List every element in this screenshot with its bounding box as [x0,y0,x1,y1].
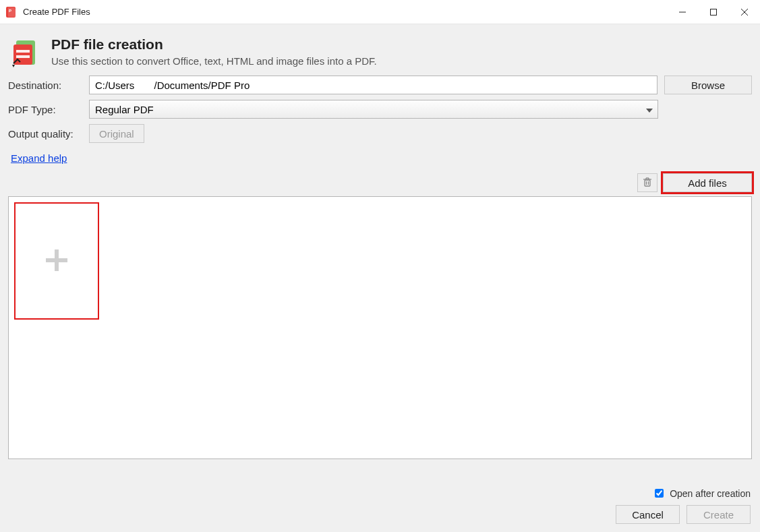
window-titlebar: P Create PDF Files [0,0,760,24]
destination-input[interactable] [89,76,657,94]
window-title: Create PDF Files [23,7,90,17]
svg-rect-3 [711,9,717,15]
plus-icon [42,245,71,277]
window-controls [667,0,760,24]
svg-text:P: P [9,9,11,13]
delete-button[interactable] [637,173,657,192]
pdf-creation-icon [9,36,42,69]
expand-help-link[interactable]: Expand help [11,152,67,164]
output-quality-row: Output quality: Original [8,124,752,143]
add-file-tile[interactable] [14,202,99,320]
output-quality-label: Output quality: [8,128,82,140]
page-header: PDF file creation Use this section to co… [0,24,760,76]
svg-rect-12 [645,180,650,186]
pdf-type-select[interactable]: Regular PDF [89,100,658,119]
svg-rect-20 [46,258,67,262]
page-title: PDF file creation [51,36,377,53]
dialog-footer: Open after creation Cancel Create [0,481,760,532]
pdf-type-row: PDF Type: Regular PDF [8,100,752,119]
file-toolbar: Add files [0,164,760,196]
svg-rect-7 [13,45,32,65]
destination-label: Destination: [8,80,82,91]
pdf-type-select-wrap: Regular PDF [89,100,658,119]
maximize-button[interactable] [698,0,729,24]
open-after-creation-label: Open after creation [670,488,751,499]
file-list-pane [8,196,752,459]
form-area: Destination: Browse PDF Type: Regular PD… [0,76,760,164]
close-button[interactable] [729,0,760,24]
client-area: PDF file creation Use this section to co… [0,24,760,532]
add-files-button[interactable]: Add files [663,173,752,192]
open-after-creation-input[interactable] [655,489,664,498]
pdf-type-label: PDF Type: [8,104,82,115]
svg-rect-8 [16,50,30,53]
trash-icon [642,177,653,189]
create-button: Create [686,505,751,524]
open-after-creation-checkbox[interactable]: Open after creation [652,487,751,500]
destination-row: Destination: Browse [8,76,752,94]
output-quality-button: Original [89,124,144,143]
browse-button[interactable]: Browse [664,76,752,94]
header-text: PDF file creation Use this section to co… [51,36,377,67]
app-icon: P [5,6,18,18]
svg-marker-10 [12,65,15,67]
footer-buttons: Cancel Create [616,505,751,524]
svg-rect-9 [16,55,30,58]
minimize-button[interactable] [667,0,698,24]
cancel-button[interactable]: Cancel [616,505,680,524]
page-subtitle: Use this section to convert Office, text… [51,55,377,67]
